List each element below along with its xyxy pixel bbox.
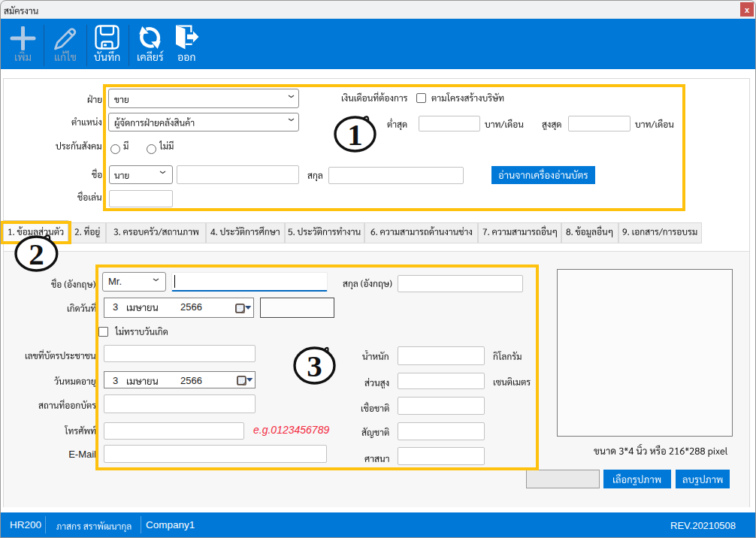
svg-text:1: 1 bbox=[348, 117, 364, 152]
svg-text:3: 3 bbox=[307, 349, 322, 383]
svg-text:2: 2 bbox=[29, 237, 44, 271]
